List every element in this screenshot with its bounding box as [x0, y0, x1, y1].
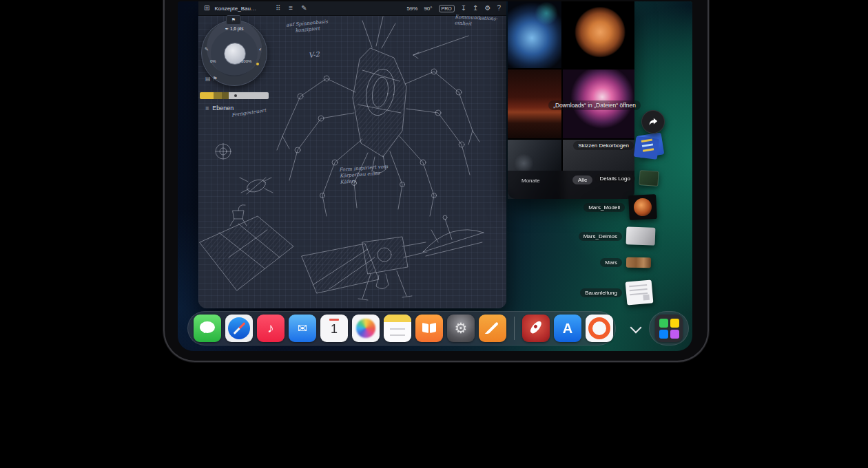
drag-item-skizzen[interactable]: Skizzen Dekorbogen [573, 134, 663, 156]
drag-label: Bauanleitung [580, 288, 622, 297]
drawing-app-window: auf Spinnenbasis konzipiert Kommunikatio… [198, 1, 506, 308]
swatch-slider-handle[interactable] [234, 94, 237, 97]
layers-button[interactable]: ≡ Ebenen [205, 105, 234, 111]
dock-icon-music[interactable]: ♪ [257, 315, 285, 342]
contrast-icon[interactable]: ◐ [259, 47, 262, 52]
zoom-level[interactable]: 59% [406, 6, 417, 12]
annotation-communication: Kommunikations- einheit [455, 14, 498, 28]
flag-mini-icon: ⚑ [213, 76, 220, 82]
photo-thumb-blue-nebula[interactable] [508, 1, 561, 68]
share-forward-button[interactable] [641, 110, 665, 134]
help-icon[interactable]: ? [497, 5, 501, 12]
drag-label: Mars [600, 258, 622, 267]
annotation-version: V-2 [308, 50, 320, 61]
layers-mini-icon: ▤ [205, 76, 213, 82]
drag-thumb-skizzen [637, 132, 665, 158]
dock-icon-calendar[interactable]: 1 [320, 315, 348, 342]
ipad-device: auf Spinnenbasis konzipiert Kommunikatio… [163, 0, 709, 362]
dock-icon-arcade[interactable] [586, 315, 613, 342]
flag-icon: ⚑ [231, 17, 236, 23]
dock-icon-app-store[interactable]: A [554, 315, 581, 342]
drag-thumb-mars-modell [628, 194, 657, 220]
document-title: Konzepte_Bau… [214, 6, 256, 12]
opacity-max-label: 100% [241, 59, 251, 63]
rotation-angle[interactable]: 90° [424, 6, 432, 12]
forward-arrow-icon [648, 116, 659, 127]
app-grid-icon[interactable]: ⊞ [204, 5, 209, 12]
app-store-a-glyph: A [563, 321, 572, 337]
drag-label: Mars_Modell [583, 203, 625, 212]
opacity-min-label: 0% [210, 59, 216, 63]
active-color-dot [256, 63, 259, 65]
drag-thumb-mars-deimos [626, 226, 656, 245]
pen-tool-icon[interactable]: ✎ [301, 5, 307, 12]
dock-icon-rocket-app[interactable] [522, 315, 550, 342]
pen-nib-icon: ✒ [225, 26, 229, 31]
swatch-dark-olive[interactable] [222, 92, 229, 99]
dock-icon-app-library[interactable] [655, 315, 683, 342]
drag-item-bauanleitung[interactable]: Bauanleitung [580, 281, 652, 304]
dock-chevron-button[interactable] [627, 319, 645, 337]
dots-grid-icon[interactable]: ⠿ [276, 5, 280, 12]
drag-label: Mars_Deimos [579, 232, 622, 241]
import-icon[interactable]: ↧ [461, 5, 466, 12]
pro-badge[interactable]: PRO [439, 5, 455, 12]
layers-label: Ebenen [212, 105, 234, 111]
tab-monate[interactable]: Monate [521, 178, 540, 184]
dock-icon-books[interactable] [415, 315, 443, 342]
dock-divider [514, 317, 515, 340]
drop-hint-text: „Downloads“ in „Dateien“ öffnen [548, 100, 641, 110]
ipad-screen: auf Spinnenbasis konzipiert Kommunikatio… [178, 1, 692, 351]
pencil-icon[interactable]: ✎ [205, 47, 209, 52]
drag-label: Details Logo [595, 174, 635, 183]
stroke-size-label: 1,6 pts [230, 26, 244, 31]
dock-recent-pill [649, 311, 689, 345]
photo-thumb-mars-planet[interactable] [563, 1, 634, 68]
dock-icon-pages[interactable] [479, 315, 506, 342]
hamburger-icon: ≡ [205, 105, 209, 111]
drag-item-mars-modell[interactable]: Mars_Modell [583, 195, 657, 220]
list-lines-icon[interactable]: ≡ [289, 5, 293, 12]
drag-thumb-mars [626, 257, 651, 268]
dock-icon-settings[interactable]: ⚙ [447, 315, 475, 342]
settings-gear-icon[interactable]: ⚙ [484, 5, 490, 12]
drag-item-mars-deimos[interactable]: Mars_Deimos [579, 227, 655, 245]
drag-label: Skizzen Dekorbogen [573, 141, 634, 150]
swatch-yellow[interactable] [200, 92, 214, 99]
dock-icon-safari[interactable] [225, 315, 253, 342]
drag-thumb-logo [639, 170, 659, 187]
dock-icon-mail[interactable]: ✉ [289, 315, 316, 342]
drag-item-mars[interactable]: Mars [600, 257, 651, 268]
export-share-icon[interactable]: ↥ [473, 5, 478, 12]
drag-thumb-bauanleitung [626, 279, 654, 305]
music-note-icon: ♪ [267, 321, 274, 336]
drag-item-details-logo[interactable]: Details Logo [595, 171, 659, 186]
tab-alle[interactable]: Alle [572, 176, 592, 184]
swatch-olive[interactable] [214, 92, 222, 99]
envelope-icon: ✉ [298, 321, 307, 336]
calendar-day: 1 [331, 322, 338, 337]
canvas-mini-icons[interactable]: ▤⚑ [205, 76, 220, 82]
dock-icon-photos[interactable] [352, 315, 380, 342]
flag-marker-chip[interactable]: ⚑ [226, 15, 241, 25]
gear-icon: ⚙ [455, 320, 468, 337]
dock: ♪ ✉ 1 ⚙ A [187, 311, 616, 345]
dock-icon-notes[interactable] [384, 315, 411, 342]
dock-icon-messages[interactable] [194, 315, 221, 342]
